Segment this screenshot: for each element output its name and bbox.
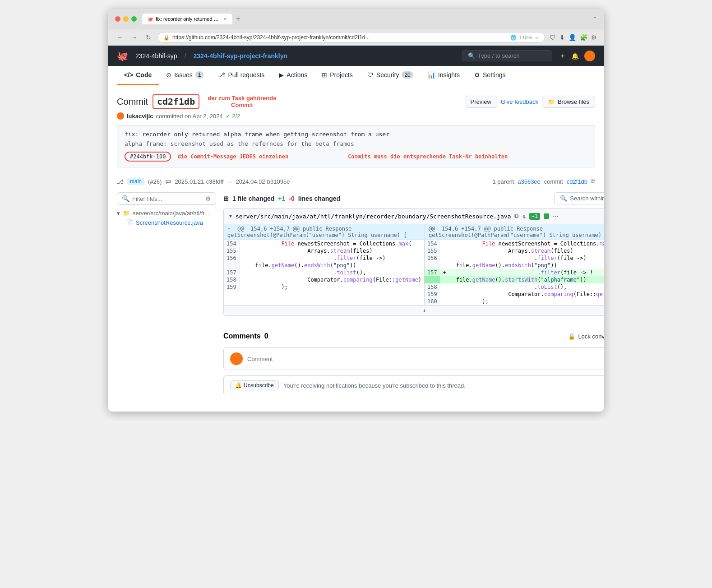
expand-diff-icon[interactable]: ⇅ [522, 213, 526, 220]
table-row: 155 Arrays.stream(files) [425, 247, 604, 255]
parent-hash-link[interactable]: a3563ee [518, 178, 541, 185]
line-num [224, 262, 239, 269]
filter-settings-icon[interactable]: ⚙ [205, 195, 211, 202]
tab-close-icon[interactable]: ✕ [223, 17, 227, 22]
subnav-actions[interactable]: ▶ Actions [272, 66, 314, 85]
line-num: 154 [224, 240, 239, 247]
give-feedback-button[interactable]: Give feedback [501, 98, 538, 105]
subnav-projects[interactable]: ⊞ Projects [314, 66, 360, 85]
main-content: Commit cd2f1db der zum Task gehörende Co… [108, 85, 604, 412]
line-code: + .filter(file -> ! [440, 269, 604, 276]
user-avatar[interactable] [584, 51, 595, 61]
subnav-pull-requests[interactable]: ⎇ Pull requests [211, 66, 272, 85]
browser-tab-active[interactable]: 🐙 fix: recorder only returned alphi... ✕ [142, 14, 232, 24]
expand-up-icon[interactable]: ↑ [227, 226, 231, 232]
file-name: ScreenshotResource.java [136, 219, 203, 226]
commit-actions: Preview Give feedback 📁 Browse files [465, 96, 595, 108]
lock-conversation-button[interactable]: 🔒 Lock conversation [568, 333, 604, 340]
issues-icon: ⊙ [166, 71, 171, 79]
browse-files-button[interactable]: 📁 Browse files [542, 96, 595, 108]
file-collapse-button[interactable]: ▾ [229, 213, 232, 219]
subnav-security[interactable]: 🛡 Security 20 [360, 66, 421, 85]
left-diff-table: 154 File newestScreenshot = Collections.… [224, 240, 424, 291]
branch-num: (#26) [148, 178, 162, 185]
filter-icon: 🔍 [122, 195, 129, 202]
commit-author[interactable]: lukacvijic [127, 113, 153, 120]
line-code: .filter(file ->) [239, 255, 424, 262]
file-tree-file[interactable]: 📄 ScreenshotResource.java [117, 218, 216, 227]
maximize-button[interactable] [131, 16, 137, 22]
commit-hash: cd2f1db [153, 94, 199, 109]
browse-files-icon: 📁 [548, 98, 555, 105]
parent-text: 1 parent [493, 178, 514, 185]
copy-hash-icon[interactable]: ⧉ [591, 178, 595, 185]
code-search[interactable]: 🔍 Search within code [554, 192, 604, 204]
file-tree-folder[interactable]: ▾ 📁 server/src/main/java/at/htl/fr... [117, 208, 216, 218]
commit-message-box: fix: recorder only returned alpha frame … [117, 125, 595, 167]
line-num: 157 [224, 269, 239, 276]
subscribe-bar: 🔔 Unsubscribe You're receiving notificat… [223, 375, 604, 395]
line-num [425, 276, 440, 283]
commit-hash-link[interactable]: cd2f1db [567, 178, 587, 185]
table-row: 156 .filter(file ->) [224, 255, 424, 262]
address-bar[interactable]: 🔒 https://github.com/2324-4bhif-syp/2324… [157, 32, 545, 43]
diff-stats: ⊞ 1 file changed +1 -0 lines changed [223, 195, 340, 202]
diff-options-button[interactable]: ··· [553, 212, 559, 220]
forward-button[interactable]: → [129, 33, 139, 42]
tag-icon: 🏷 [165, 178, 171, 185]
minimize-button[interactable] [123, 16, 129, 22]
expand-down-icon[interactable]: ↕ [423, 307, 426, 314]
comment-input[interactable] [247, 356, 604, 362]
search-code-icon: 🔍 [560, 195, 567, 202]
preview-button[interactable]: Preview [465, 96, 497, 108]
global-search[interactable]: 🔍 Type / to search [462, 50, 552, 61]
org-name[interactable]: 2324-4bhif-syp [135, 52, 177, 60]
subnav-code[interactable]: </> Code [117, 66, 159, 85]
file-filter[interactable]: 🔍 ⚙ [117, 192, 216, 205]
download-icon: ⬇ [559, 34, 565, 41]
reload-button[interactable]: ↻ [144, 33, 153, 42]
shield-icon: 🛡 [550, 34, 556, 41]
search-code-placeholder: Search within code [570, 195, 604, 202]
repo-name[interactable]: 2324-4bhif-syp-project-franklyn [194, 52, 288, 60]
file-filter-input[interactable] [132, 195, 203, 202]
new-tab-button[interactable]: + [236, 15, 240, 23]
notification-icon[interactable]: 🔔 [571, 52, 579, 60]
close-button[interactable] [115, 16, 120, 22]
expand-icon[interactable]: ⊞ [223, 195, 229, 202]
subnav-insights[interactable]: 📊 Insights [421, 66, 467, 85]
commit-date1: 2025.01.21-c38fdff [175, 178, 223, 185]
github-logo: 🐙 [117, 51, 128, 61]
security-icon: 🛡 [367, 71, 374, 79]
security-badge: 20 [402, 71, 413, 79]
subnav-issues[interactable]: ⊙ Issues 1 [159, 66, 211, 85]
diff-deletions: -0 [289, 195, 294, 202]
line-num: 160 [425, 298, 440, 305]
line-code: Arrays.stream(files) [440, 247, 604, 255]
files-changed-text: 1 file changed [232, 195, 274, 202]
browse-files-label: Browse files [558, 98, 589, 105]
lock-icon: 🔒 [163, 35, 170, 41]
hunk-header-text-right: @@ -154,6 +154,7 @@ public Response getS… [429, 226, 604, 238]
line-num: 156 [224, 255, 239, 262]
branch-icon: ⎇ [117, 178, 124, 185]
table-row: 156 .filter(file ->) [425, 255, 604, 262]
unsubscribe-button[interactable]: 🔔 Unsubscribe [230, 380, 279, 390]
copy-path-icon[interactable]: ⧉ [514, 213, 518, 220]
back-button[interactable]: ← [115, 33, 125, 42]
table-row: file.getName().endsWith("png")) [224, 262, 424, 269]
line-num: 158 [224, 276, 239, 283]
plus-icon[interactable]: ＋ [559, 52, 566, 60]
line-code: file.getName().endsWith("png")) [440, 262, 604, 269]
bell-icon: 🔔 [235, 382, 242, 389]
subnav-security-label: Security [376, 71, 399, 79]
line-num: 154 [425, 240, 440, 247]
breadcrumb-separator: / [185, 52, 186, 60]
branch-name[interactable]: main [127, 178, 144, 185]
line-num: 155 [224, 247, 239, 255]
profile-icon: 👤 [569, 34, 576, 41]
line-code: Comparator.comparing(File::getName) [239, 276, 424, 283]
table-row: 154 File newestScreenshot = Collections.… [425, 240, 604, 247]
subnav-settings[interactable]: ⚙ Settings [467, 66, 513, 85]
commit-message-main: fix: recorder only returned alpha frame … [125, 131, 587, 138]
